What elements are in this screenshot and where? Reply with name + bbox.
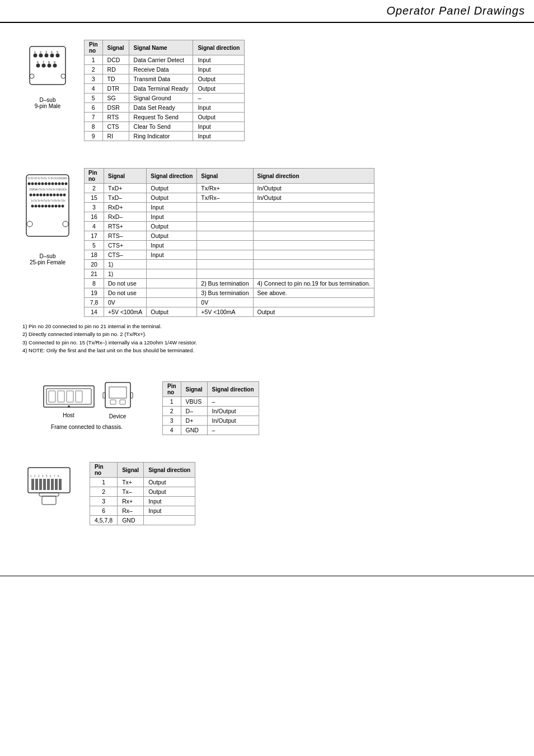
svg-text:7: 7 [43,60,44,64]
svg-rect-92 [49,391,55,402]
usb-device-label: Device [109,413,127,419]
svg-point-1 [34,54,38,58]
svg-point-81 [35,205,38,208]
rj45-pin: 6 [90,506,118,516]
svg-rect-113 [42,496,56,505]
rs232-row: 4 DTR Data Terminal Ready Output [85,84,245,94]
rs422-signal2 [197,260,253,269]
rs422-dir2 [253,260,374,269]
rs232-signal: DTR [102,84,129,94]
rs422-dir1: Input [147,250,197,260]
rs422-row: 2 TxD+ Output Tx/Rx+ In/Output [85,184,374,193]
svg-point-65 [55,183,58,185]
usb-row: 4 GND – [163,426,259,435]
rj45-signal: Tx+ [118,478,144,487]
svg-text:2o: 2o [34,199,38,202]
rs422-header-dir1: Signal direction [147,169,197,184]
rs422-row: 18 CTS– Input [85,250,374,260]
page-title: Operator Panel Drawings [386,4,525,17]
svg-text:6: 6 [37,60,39,64]
rs422-dir1 [147,279,197,288]
rs422-dir1 [147,288,197,298]
svg-text:4: 4 [51,50,53,54]
rj45-signal: Tx– [118,487,144,497]
svg-point-68 [65,183,68,185]
dsub25-label: D–sub25-pin Female [30,253,65,265]
svg-text:1: 1 [34,50,36,54]
svg-text:5o: 5o [41,177,44,180]
rj45-header-signal: Signal [118,463,144,478]
svg-point-89 [62,205,64,208]
page-header: Operator Panel Drawings [0,0,534,23]
svg-point-66 [58,183,61,185]
rs232-signal: RD [102,65,129,74]
rs232-name: Ring Indicator [129,132,193,141]
svg-text:7: 7 [54,475,55,478]
rj45-header-pin: Pinno [90,463,118,478]
svg-text:6o: 6o [43,188,46,191]
svg-rect-105 [35,479,38,490]
rj45-section: 1 2 3 4 5 6 7 8 Pinno Signal Signal dire… [22,462,512,525]
svg-text:2: 2 [40,50,41,54]
svg-text:4o: 4o [41,199,44,202]
usb-direction: In/Output [207,407,259,416]
rs422-dir1: Output [147,231,197,241]
svg-text:7o: 7o [46,188,49,191]
rs232-row: 6 DSR Data Set Ready Input [85,103,245,113]
svg-rect-108 [47,479,50,490]
rs422-footnote: 3) Connected to pin no. 15 (Tx/Rx–) inte… [22,339,512,347]
rs422-signal2: 0V [197,298,253,307]
svg-rect-90 [44,386,94,407]
usb-row: 3 D+ In/Output [163,416,259,426]
dsub25-diagram: 10 20 30 4o 5o 6o 7o 8o 9o 10o 11o 12o 2… [22,174,73,265]
svg-text:20: 20 [31,177,34,180]
rs422-row: 16 RxD– Input [85,212,374,222]
rs422-pin: 17 [85,231,104,241]
usb-pin: 1 [163,397,181,407]
rs232-pin: 8 [85,122,103,132]
rs422-dir1: Input [147,241,197,250]
svg-point-84 [45,205,48,208]
svg-text:4o: 4o [36,188,39,191]
svg-text:1o: 1o [31,199,34,202]
rj45-row: 1 Tx+ Output [90,478,195,487]
rs422-dir1: Input [147,212,197,222]
svg-point-61 [41,183,44,185]
usb-section: Host [22,381,512,435]
usb-header-direction: Signal direction [207,382,259,397]
svg-marker-98 [109,387,127,398]
rs232-pin: 5 [85,94,103,103]
rs422-row: 8 Do not use 2) Bus termination 4) Conne… [85,279,374,288]
svg-point-79 [63,194,66,197]
rs422-row: 4 RTS+ Output [85,222,374,231]
svg-text:9o: 9o [58,199,61,202]
rs422-pin: 4 [85,222,104,231]
rs422-footnote: 2) Directly connected internally to pin … [22,330,512,338]
svg-point-19 [30,74,34,78]
svg-text:8: 8 [48,60,50,64]
svg-point-8 [48,64,51,68]
rs422-pin: 3 [85,203,104,212]
rs422-pin: 2 [85,184,104,193]
rs232-pin: 3 [85,74,103,84]
svg-text:7o: 7o [51,199,54,202]
svg-text:8o: 8o [54,199,58,202]
svg-text:3o: 3o [38,199,41,202]
dsub9-label: D–sub9-pin Male [35,97,61,109]
svg-point-58 [31,183,34,185]
rs422-dir2: Output [253,307,374,317]
rs232-name: Request To Send [129,113,193,122]
rj45-signal: Rx+ [118,497,144,506]
rj45-direction: Input [144,497,195,506]
page-content: 1 2 3 4 5 6 7 8 9 D–sub9-pin Male [0,34,534,559]
rs232-direction: Input [193,132,245,141]
rs422-row: 15 TxD– Output Tx/Rx– In/Output [85,193,374,203]
rs422-dir2: In/Output [253,184,374,193]
page-footer [0,576,534,578]
rs422-signal2: +5V <100mA [197,307,253,317]
usb-pin: 4 [163,426,181,435]
rs422-header-dir2: Signal direction [253,169,374,184]
rs232-direction: Input [193,103,245,113]
rj45-icon: 1 2 3 4 5 6 7 8 [22,462,78,507]
rs422-section: 10 20 30 4o 5o 6o 7o 8o 9o 10o 11o 12o 2… [22,168,512,354]
